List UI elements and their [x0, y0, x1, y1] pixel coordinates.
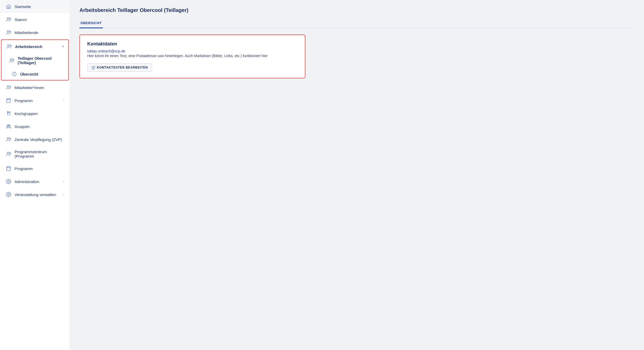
sidebar-item-label-startseite: Startseite	[15, 4, 64, 9]
svg-point-24	[7, 152, 9, 154]
calendar-icon	[6, 98, 11, 103]
sidebar-item-kochgruppen[interactable]: Kochgruppen	[0, 107, 70, 120]
svg-point-0	[7, 18, 9, 19]
svg-point-7	[13, 59, 14, 60]
svg-point-25	[10, 152, 11, 153]
calendar-icon-2	[6, 166, 11, 171]
users-icon-6	[6, 137, 11, 142]
sidebar-item-label-administration: Administration	[15, 179, 60, 184]
sidebar: Startseite Stamm Mitarbeitende Arbeitsbe…	[0, 0, 70, 350]
home-icon	[6, 4, 11, 9]
utensils-icon	[6, 111, 11, 116]
card-email-link[interactable]: tobias.ordosch@vcp.de	[87, 49, 125, 53]
chevron-left-icon-3: ‹	[63, 193, 64, 196]
svg-rect-13	[7, 99, 11, 103]
sidebar-item-administration[interactable]: Administration ‹	[0, 175, 70, 188]
info-circle-icon	[11, 71, 17, 77]
sidebar-item-zvp[interactable]: Zentrale Verpflegung (ZVP)	[0, 133, 70, 146]
svg-point-3	[10, 31, 11, 32]
svg-point-21	[8, 125, 9, 126]
card-description: Hier könnt ihr einen Text, eine Postadre…	[87, 53, 298, 59]
svg-point-5	[10, 45, 11, 46]
sidebar-item-veranstaltung[interactable]: Veranstaltung verwalten ‹	[0, 188, 70, 201]
chevron-left-icon-2: ‹	[63, 180, 64, 183]
sidebar-item-mitarbeiterinnen[interactable]: Mitarbeiter*innen	[0, 81, 70, 94]
sidebar-item-label-mitarbeiterinnen: Mitarbeiter*innen	[15, 85, 64, 90]
svg-point-22	[7, 138, 9, 139]
sidebar-item-label-arbeitsbereich: Arbeitsbereich	[15, 44, 59, 49]
svg-point-31	[8, 194, 9, 195]
edit-contact-button[interactable]: KONTAKTDATEN BEARBEITEN	[87, 63, 152, 72]
svg-point-30	[8, 181, 9, 182]
users-icon-7	[6, 151, 11, 157]
sidebar-item-label-teillager: Teillager Obercool (Teillager)	[18, 56, 64, 65]
main-content: Arbeitsbereich Teillager Obercool (Teill…	[70, 0, 644, 350]
sidebar-item-label-veranstaltung: Veranstaltung verwalten	[15, 192, 60, 197]
svg-rect-26	[7, 167, 11, 171]
tab-uebersicht[interactable]: ÜBERSICHT	[79, 18, 103, 28]
sidebar-item-label-gruppen: Gruppen	[15, 124, 64, 129]
sidebar-item-label-zvp: Zentrale Verpflegung (ZVP)	[15, 137, 64, 142]
tab-bar: ÜBERSICHT	[79, 18, 635, 28]
sidebar-item-stamm[interactable]: Stamm	[0, 13, 70, 26]
svg-point-12	[10, 86, 11, 87]
sidebar-item-gruppen[interactable]: Gruppen	[0, 120, 70, 133]
svg-point-1	[10, 18, 11, 19]
sidebar-item-label-programm: Programm	[15, 166, 64, 171]
sidebar-item-label-mitarbeitende: Mitarbeitende	[15, 30, 64, 35]
sidebar-item-mitarbeitende[interactable]: Mitarbeitende	[0, 26, 70, 39]
sidebar-item-arbeitsbereich[interactable]: Arbeitsbereich ▾	[2, 40, 68, 53]
sidebar-item-programm[interactable]: Programm	[0, 162, 70, 175]
svg-point-6	[10, 59, 12, 60]
users-group-icon	[6, 124, 11, 129]
card-title: Kontaktdaten	[87, 41, 298, 47]
sidebar-item-teillager[interactable]: Teillager Obercool (Teillager)	[2, 53, 68, 68]
gear-icon	[6, 179, 11, 184]
users-icon-4	[9, 58, 15, 63]
pencil-icon	[92, 66, 95, 69]
chevron-down-icon: ▾	[62, 45, 64, 48]
users-icon-3	[6, 44, 12, 49]
svg-point-11	[7, 86, 9, 88]
kontaktdaten-card: Kontaktdaten tobias.ordosch@vcp.de Hier …	[79, 35, 305, 78]
sidebar-item-label-programmzentrum: Programmzentrum (Programm	[15, 150, 64, 158]
users-icon-5	[6, 85, 11, 90]
svg-point-23	[10, 138, 11, 139]
sidebar-item-uebersicht[interactable]: Übersicht	[2, 68, 68, 80]
svg-point-4	[8, 45, 9, 46]
page-title: Arbeitsbereich Teillager Obercool (Teill…	[79, 7, 635, 13]
users-icon	[6, 17, 11, 22]
sidebar-item-label-stamm: Stamm	[15, 17, 64, 22]
gear-icon-2	[6, 192, 11, 197]
sidebar-item-label-kochgruppen: Kochgruppen	[15, 111, 64, 116]
sidebar-item-label-uebersicht: Übersicht	[20, 72, 64, 76]
edit-button-label: KONTAKTDATEN BEARBEITEN	[97, 66, 148, 69]
chevron-left-icon: ‹	[63, 99, 64, 102]
sidebar-item-programmzentrum[interactable]: Programmzentrum (Programm	[0, 146, 70, 162]
users-icon-2	[6, 30, 11, 35]
sidebar-section-arbeitsbereich: Arbeitsbereich ▾ Teillager Obercool (Tei…	[1, 39, 69, 80]
sidebar-item-startseite[interactable]: Startseite	[0, 0, 70, 13]
sidebar-item-label-programm-sub: Programm	[15, 98, 60, 103]
svg-point-2	[7, 31, 9, 32]
sidebar-item-programm-sub[interactable]: Programm ‹	[0, 94, 70, 107]
